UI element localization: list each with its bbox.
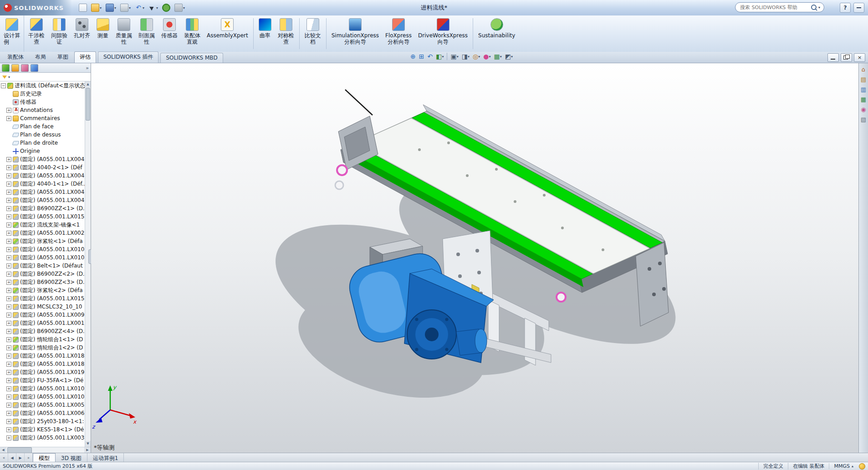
measure-button[interactable]: 测量 (93, 15, 112, 52)
tab-scroll-prev-button[interactable]: ◀ (8, 453, 16, 462)
expander-icon[interactable]: + (6, 354, 11, 359)
display-style-button[interactable]: ▾ (460, 52, 471, 61)
tab-scroll-last-button[interactable]: » (25, 453, 33, 462)
tree-item[interactable]: +(固定) (A055.001.LX015 (0, 294, 85, 303)
tree-item[interactable]: +(固定) B6900ZZ<1> (D... (0, 204, 85, 212)
tree-item[interactable]: +(固定) MCSLC32_10_10 (0, 303, 85, 311)
design-study-button[interactable]: 设计算例 (0, 15, 24, 52)
hide-show-items-button[interactable]: ▾ (471, 52, 481, 61)
tree-item[interactable]: −进料流线 (Défaut<显示状态 (0, 81, 85, 90)
tree-item[interactable]: +(固定) (A055.001.LX010 (0, 253, 85, 262)
tree-item[interactable]: +(固定) Belt<1> (Défaut (0, 262, 85, 270)
tree-item[interactable]: +Annotations (0, 106, 85, 114)
units-selector[interactable]: MMGS ▴ (829, 463, 858, 469)
expander-icon[interactable]: + (6, 345, 11, 350)
expander-icon[interactable]: + (6, 190, 11, 195)
document-minimize-button[interactable] (827, 53, 839, 62)
tree-item[interactable]: +(固定) (A055.001.LX001 (0, 319, 85, 327)
search-caret-icon[interactable]: ▾ (818, 5, 820, 10)
hole-alignment-button[interactable]: 孔对齐 (71, 15, 93, 52)
tree-item[interactable]: +(固定) (A055.001.LX018 (0, 352, 85, 360)
expander-icon[interactable]: + (6, 403, 11, 408)
document-restore-button[interactable] (841, 53, 852, 62)
compare-documents-button[interactable]: 比较文档 (301, 15, 324, 52)
command-tab[interactable]: SOLIDWORKS 插件 (98, 51, 158, 63)
view-orientation-button[interactable]: ▾ (449, 52, 460, 61)
tree-item[interactable]: +(固定) 惰轮组合1<1> (D (0, 335, 85, 344)
filter-caret-icon[interactable]: ▾ (8, 75, 10, 79)
help-button[interactable]: ? (840, 3, 851, 13)
model-3d-view[interactable]: y x z (91, 63, 858, 453)
zoom-fit-button[interactable] (409, 52, 417, 61)
expander-icon[interactable]: + (6, 386, 11, 391)
expander-icon[interactable]: + (6, 321, 11, 326)
expander-icon[interactable]: + (6, 329, 11, 334)
scroll-down-icon[interactable]: ▼ (85, 441, 91, 447)
displaymanager-tab[interactable] (31, 64, 38, 72)
tree-item[interactable]: +(固定) 张紧轮<2> (Défa (0, 286, 85, 294)
driveworksxpress-button[interactable]: DriveWorksXpress向导 (415, 15, 471, 52)
study-tab[interactable]: 3D 视图 (56, 453, 87, 462)
tree-item[interactable]: +(固定) (A055.001.LX002 (0, 229, 85, 237)
command-tab[interactable]: 布局 (30, 51, 51, 63)
rebuild-button[interactable] (161, 3, 172, 13)
tree-item[interactable]: +(固定) (A055.001.LX005 (0, 401, 85, 409)
expander-icon[interactable]: + (6, 362, 11, 367)
new-document-button[interactable] (77, 3, 88, 13)
section-view-button[interactable]: ▾ (434, 52, 445, 61)
expander-icon[interactable]: + (6, 116, 11, 121)
tree-item[interactable]: +Commentaires (0, 114, 85, 122)
featuremanager-tab[interactable] (2, 64, 10, 72)
apply-scene-button[interactable]: ▾ (492, 52, 503, 61)
expander-icon[interactable]: + (6, 173, 11, 178)
command-tab[interactable]: 评估 (74, 51, 96, 63)
search-icon[interactable] (811, 5, 817, 10)
design-library-tab[interactable] (861, 76, 866, 83)
save-button[interactable]: ▾ (104, 3, 117, 13)
zoom-area-button[interactable] (418, 52, 426, 61)
file-explorer-tab[interactable] (861, 86, 866, 93)
graphics-area[interactable]: y x z *等轴测 (91, 63, 858, 453)
tree-item[interactable]: +(固定) (A055.001.LX006 (0, 409, 85, 417)
expander-icon[interactable]: + (6, 255, 11, 260)
expander-icon[interactable]: + (6, 206, 11, 211)
solidworks-resources-tab[interactable] (862, 66, 865, 73)
expander-icon[interactable]: + (6, 247, 11, 252)
tree-vertical-scrollbar[interactable]: ▲ ▼ (85, 81, 91, 447)
options-button[interactable]: ▾ (173, 3, 186, 13)
tree-item[interactable]: +(固定) (A055.001.LX015 (0, 212, 85, 221)
sustainability-button[interactable]: Sustainability (475, 15, 518, 52)
command-tab[interactable]: 草图 (52, 51, 74, 63)
expander-icon[interactable]: + (6, 304, 11, 309)
assemblyxpert-button[interactable]: AssemblyXpert (204, 15, 251, 52)
open-document-button[interactable]: ▾ (90, 3, 103, 13)
tree-scrollbar-thumb[interactable] (86, 88, 90, 121)
custom-properties-tab[interactable] (861, 116, 866, 123)
expander-icon[interactable]: − (1, 83, 6, 88)
expander-icon[interactable]: + (6, 222, 11, 227)
expander-icon[interactable]: + (6, 411, 11, 416)
propertymanager-tab[interactable] (11, 64, 19, 72)
tree-item[interactable]: +(固定) 4040-1<1> (Déf... (0, 180, 85, 188)
expander-icon[interactable]: + (6, 182, 11, 187)
tree-item[interactable]: +(固定) 25yt03-180-1<1: (0, 417, 85, 425)
undo-button[interactable]: ▾ (133, 3, 146, 12)
expander-icon[interactable]: + (6, 435, 11, 440)
tree-item[interactable]: +(固定) (A055.001.LX003 (0, 434, 85, 442)
tree-item[interactable]: +(固定) B6900ZZ<2> (D... (0, 270, 85, 278)
tree-item[interactable]: 传感器 (0, 98, 85, 106)
tree-item[interactable]: +(固定) (A055.001.LX010 (0, 245, 85, 253)
expander-icon[interactable]: + (6, 288, 11, 293)
tree-item[interactable]: +(固定) (A055.001.LX004 (0, 155, 85, 163)
tree-item[interactable]: +(固定) KES5-18<1> (Dé (0, 425, 85, 434)
expander-icon[interactable]: + (6, 378, 11, 383)
tree-item[interactable]: +(固定) FU-35FA<1> (Dé (0, 376, 85, 384)
command-tab[interactable]: SOLIDWORKS MBD (160, 53, 223, 63)
mass-properties-button[interactable]: 质量属性 (112, 15, 135, 52)
expander-icon[interactable]: + (6, 214, 11, 219)
view-palette-tab[interactable] (861, 96, 866, 103)
assembly-visualization-button[interactable]: 装配体直观 (181, 15, 204, 52)
view-settings-button[interactable]: ▾ (504, 52, 514, 61)
tree-item[interactable]: +(固定) B6900ZZ<4> (D... (0, 327, 85, 335)
expander-icon[interactable]: + (6, 419, 11, 424)
